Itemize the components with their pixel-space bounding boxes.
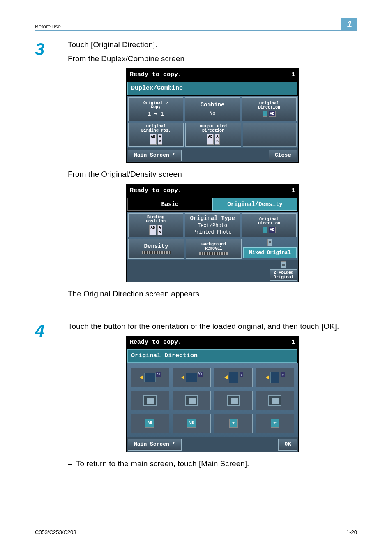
direction-option-3[interactable]: ⤽ (214, 368, 253, 387)
step-3-result: The Original Direction screen appears. (68, 288, 357, 300)
direction-icon-1: ⬚ (263, 111, 267, 117)
bg-removal-bar-icon (199, 252, 228, 255)
direction-grid: AB ⱯB ⤽ ⤼ AB ⱯB ⤽ ⤼ (127, 363, 298, 437)
bindpos-icon-ab2: AB (157, 225, 162, 236)
arrow-icon (266, 375, 269, 379)
ss2-status-bar: Ready to copy. 1 (127, 185, 298, 197)
step-3-instruction: Touch [Original Direction]. (68, 39, 357, 51)
dir-icon-1: ⬚ (263, 227, 267, 233)
direction-option-4[interactable]: ⤼ (256, 368, 295, 387)
step-4-number: 4 (35, 321, 68, 469)
combine-label: Combine (201, 102, 225, 109)
footer-model: C353/C253/C203 (35, 529, 76, 535)
mixed-icon: ▤ (267, 239, 272, 246)
ss3-count: 1 (291, 338, 295, 347)
direction-option-10[interactable]: ⱯB (173, 414, 211, 433)
bg-removal-label: Background Removal (201, 243, 226, 251)
page-header: Before use 1 (35, 18, 357, 31)
ss2-count: 1 (291, 186, 295, 195)
ok-button[interactable]: OK (278, 439, 297, 451)
original-binding-pos-button[interactable]: Original Binding Pos. AB AB (128, 123, 184, 147)
arrow-icon (224, 375, 228, 379)
close-button[interactable]: Close (269, 150, 297, 162)
direction-option-8[interactable] (256, 391, 295, 410)
ss3-title: Original Direction (127, 349, 297, 363)
dir-icon-2: AB (269, 227, 276, 233)
original-type-button[interactable]: Original Type Text/Photo Printed Photo (185, 213, 240, 237)
original-copy-value: 1 ➔ 1 (148, 111, 164, 118)
page-icon: ⤽ (229, 419, 238, 428)
output-bind-icon-ab: AB (207, 134, 214, 145)
footer-page: 1-20 (346, 529, 357, 535)
ss1-title: Duplex/Combine (127, 82, 297, 95)
step-3: 3 Touch [Original Direction]. From the D… (35, 39, 357, 302)
z-folded-button[interactable]: Z-Folded Original (270, 269, 297, 281)
screenshot-original-density: Ready to copy. 1 Basic Original/Density … (126, 184, 299, 282)
basic-tab[interactable]: Basic (127, 198, 212, 211)
ss3-status-bar: Ready to copy. 1 (127, 336, 298, 349)
platen-icon (272, 398, 279, 404)
page-footer: C353/C253/C203 1-20 (35, 527, 357, 535)
original-direction-label-2: Original Direction (258, 217, 280, 226)
step-divider (35, 312, 357, 312)
original-direction-button[interactable]: Original Direction ⬚ AB (242, 97, 297, 121)
platen-icon (147, 398, 154, 404)
background-removal-button[interactable]: Background Removal (186, 239, 242, 259)
ss2-tabs: Basic Original/Density (127, 198, 297, 211)
ss1-status-text: Ready to copy. (130, 70, 182, 79)
output-bind-direction-button[interactable]: Output Bind Direction AB AB (185, 123, 241, 147)
original-type-label: Original Type (190, 215, 235, 222)
step-3-number: 3 (35, 39, 68, 302)
screenshot-original-direction: Ready to copy. 1 Original Direction AB Ɐ… (126, 336, 299, 452)
step-3-caption-duplex: From the Duplex/Combine screen (68, 53, 357, 65)
platen-icon (189, 398, 196, 404)
original-direction-label: Original Direction (258, 102, 280, 110)
page-icon: ⱯB (187, 419, 196, 428)
arrow-icon (140, 375, 143, 379)
direction-option-5[interactable] (131, 391, 169, 410)
main-screen-label-2: Main Screen (134, 441, 169, 447)
combine-value: No (209, 110, 216, 117)
direction-option-1[interactable]: AB (131, 368, 169, 387)
ss1-spacer (243, 123, 297, 147)
binding-icon-ab2: AB (158, 134, 162, 145)
original-type-val1: Text/Photo (198, 223, 227, 229)
binding-position-label: Binding Position (146, 215, 166, 224)
original-direction-button-2[interactable]: Original Direction ⬚ AB (242, 213, 297, 237)
direction-option-7[interactable] (214, 391, 253, 410)
main-screen-button[interactable]: Main Screen ↰ (128, 150, 182, 162)
page-icon: ⤼ (271, 419, 279, 428)
direction-option-9[interactable]: AB (131, 414, 169, 433)
header-section: Before use (35, 23, 61, 30)
combine-button[interactable]: Combine No (185, 97, 240, 121)
mixed-original-button[interactable]: Mixed Original (243, 247, 297, 258)
original-density-tab[interactable]: Original/Density (212, 198, 297, 211)
binding-icon-ab: AB (150, 134, 157, 145)
output-bind-icon-ab2: AB (215, 134, 219, 145)
step-4-instruction: Touch the button for the orientation of … (68, 321, 357, 332)
original-copy-button[interactable]: Original > Copy 1 ➔ 1 (128, 97, 183, 121)
arrow-icon (181, 375, 184, 379)
return-icon: ↰ (173, 152, 176, 158)
density-button[interactable]: Density (128, 239, 184, 259)
binding-position-button[interactable]: Binding Position AB AB (128, 213, 183, 237)
page-icon: AB (145, 419, 154, 428)
density-label: Density (144, 243, 168, 250)
platen-icon (231, 398, 238, 404)
original-copy-label: Original > Copy (143, 101, 168, 109)
ss1-status-bar: Ready to copy. 1 (127, 69, 298, 81)
header-chapter: 1 (341, 18, 357, 30)
original-type-val2: Printed Photo (193, 229, 232, 235)
screenshot-duplex-combine: Ready to copy. 1 Duplex/Combine Original… (126, 68, 299, 163)
direction-option-11[interactable]: ⤽ (214, 414, 253, 433)
direction-option-2[interactable]: ⱯB (173, 368, 211, 387)
main-screen-button-2[interactable]: Main Screen ↰ (128, 439, 182, 451)
direction-icon-2: AB (269, 111, 276, 117)
step-3-caption-density: From the Original/Density screen (68, 169, 357, 180)
direction-option-6[interactable] (173, 391, 211, 410)
bindpos-icon-ab: AB (149, 225, 156, 236)
direction-option-12[interactable]: ⤼ (256, 414, 295, 433)
original-binding-label: Original Binding Pos. (141, 125, 171, 133)
step-4-sub1: To return to the main screen, touch [Mai… (76, 459, 249, 468)
zfold-icon: ▥ (281, 261, 286, 268)
